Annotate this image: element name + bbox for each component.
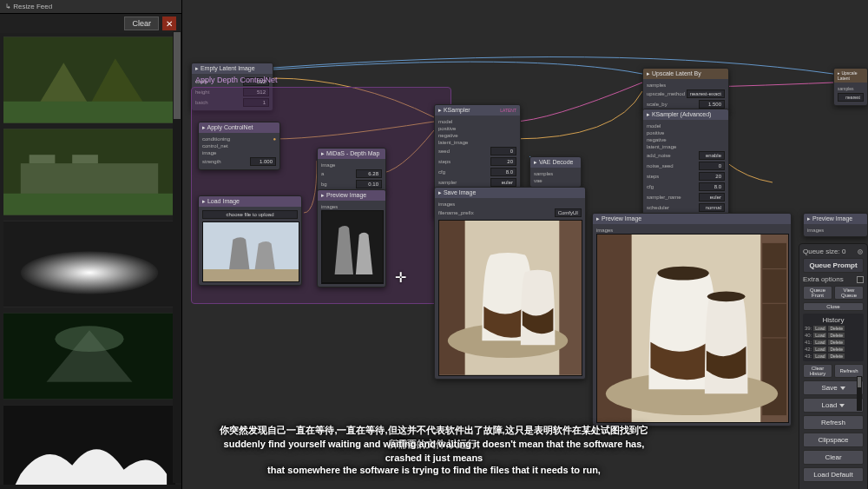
save-image-preview [438,220,582,376]
node-header[interactable]: ▸ KSampler (Advanced) [643,109,728,120]
svg-rect-7 [72,155,98,163]
node-header[interactable]: ▸ Empty Latent Image [192,63,273,74]
history-row: 41:LoadDelete [805,339,862,346]
queue-prompt-button[interactable]: Queue Prompt [803,258,864,273]
clear-button[interactable]: Clear [803,450,864,465]
node-midas-depth[interactable]: ▸ MiDaS - Depth Map image a6.28 bg0.10 [317,148,386,193]
svg-point-10 [21,251,158,294]
node-header[interactable]: ▸ Upscale Latent By [643,69,728,79]
history-scrollbar[interactable] [857,376,862,411]
svg-rect-19 [439,221,465,375]
svg-rect-5 [21,163,158,198]
node-header[interactable]: ▸ Preview Image [318,190,385,201]
history-panel: History 39:LoadDelete 40:LoadDelete 41:L… [803,314,864,361]
chevron-down-icon [839,404,845,407]
history-load-button[interactable]: Load [813,333,826,338]
extra-options-row: Extra options [803,275,864,283]
history-load-button[interactable]: Load [813,347,826,352]
load-default-button[interactable]: Load Default [803,467,864,482]
history-load-button[interactable]: Load [813,354,826,359]
sidebar-controls: Clear ✕ [0,14,181,33]
node-save-image[interactable]: ▸ Save Image images filename_prefixComfy… [434,187,586,380]
node-upscale-latent-by[interactable]: ▸ Upscale Latent By samples upscale_meth… [642,68,729,113]
history-delete-button[interactable]: Delete [828,333,844,338]
preview-large-image [596,234,789,423]
thumbnail[interactable] [3,313,175,400]
node-load-image[interactable]: ▸ Load Image choose file to upload [198,195,302,286]
svg-rect-20 [559,221,582,375]
node-header[interactable]: ▸ Save Image [435,188,585,198]
node-header[interactable]: ▸ Preview Image [593,214,791,224]
chevron-down-icon [840,387,845,390]
group-title: Apply Depth ControlNet [195,76,278,84]
node-header[interactable]: ▸ Upscale Latent [834,69,867,83]
node-upscale-latent[interactable]: ▸ Upscale Latent samples nearest [833,68,868,106]
cursor-icon: ✛ [395,269,411,285]
node-header[interactable]: ▸ VAE Decode [530,157,581,168]
close-button[interactable]: ✕ [162,17,176,30]
refresh-button[interactable]: Refresh [803,415,864,430]
sidebar-header: ↳ Resize Feed [0,0,181,14]
history-row: 39:LoadDelete [805,325,862,332]
close-panel-button[interactable]: Close [803,302,864,311]
subtitle-en-2: that somewhere the software is trying to… [267,464,601,477]
svg-point-33 [859,251,861,253]
svg-rect-8 [3,194,175,215]
sidebar-title: ↳ Resize Feed [5,3,52,10]
history-row: 40:LoadDelete [805,332,862,339]
thumbnail[interactable] [3,221,175,307]
svg-rect-3 [3,102,175,123]
svg-rect-16 [203,269,299,282]
load-image-preview [202,221,299,282]
node-header[interactable]: ▸ Load Image [199,196,301,207]
save-button[interactable]: Save [803,380,864,395]
svg-point-30 [657,267,708,281]
queue-size-row: Queue size: 0 [803,248,864,255]
node-header[interactable]: ▸ MiDaS - Depth Map [318,149,385,159]
svg-point-31 [707,291,746,301]
history-delete-button[interactable]: Delete [828,347,844,352]
extra-options-checkbox[interactable] [857,276,864,283]
node-header[interactable]: ▸ Preview Image [804,214,867,224]
history-delete-button[interactable]: Delete [828,340,844,345]
gear-icon[interactable] [857,248,864,255]
node-canvas[interactable]: ▸ Empty Latent Image width512 height512 … [182,0,868,489]
control-panel[interactable]: Queue size: 0 Queue Prompt Extra options… [799,243,868,489]
thumbnail[interactable] [3,36,175,123]
node-preview-third[interactable]: ▸ Preview Image images [803,213,868,237]
svg-rect-6 [30,155,56,163]
node-header[interactable]: ▸ KSamplerLATENT [435,105,520,116]
history-row: 42:LoadDelete [805,346,862,353]
sidebar-scrollbar[interactable] [173,31,181,483]
preview-depth-image [321,210,384,284]
thumbnail-list [0,33,181,485]
node-preview-large[interactable]: ▸ Preview Image images [592,213,792,426]
history-delete-button[interactable]: Delete [828,354,844,359]
history-row: 43:LoadDelete [805,353,862,360]
svg-point-13 [55,326,123,352]
queue-front-button[interactable]: Queue Front [803,286,832,300]
node-header[interactable]: ▸ Apply ControlNet [199,122,279,133]
history-title: History [805,315,862,325]
thumbnail[interactable] [3,129,175,215]
thumbnail[interactable] [3,405,175,485]
image-feed-sidebar: ↳ Resize Feed Clear ✕ [0,0,182,489]
view-queue-button[interactable]: View Queue [834,286,864,300]
history-load-button[interactable]: Load [813,340,826,345]
load-button[interactable]: Load [803,398,864,413]
node-preview-depth[interactable]: ▸ Preview Image images [317,189,386,287]
subtitle-en-1: suddenly find yourself waiting and waiti… [217,438,651,465]
history-delete-button[interactable]: Delete [828,326,844,331]
clear-history-button[interactable]: Clear History [803,364,832,378]
node-apply-controlnet[interactable]: ▸ Apply ControlNet conditioning● control… [198,122,280,170]
clear-button[interactable]: Clear [124,17,159,30]
history-load-button[interactable]: Load [813,326,826,331]
clipspace-button[interactable]: Clipspace [803,433,864,447]
node-vae-decode[interactable]: ▸ VAE Decode samples vae [529,156,582,188]
